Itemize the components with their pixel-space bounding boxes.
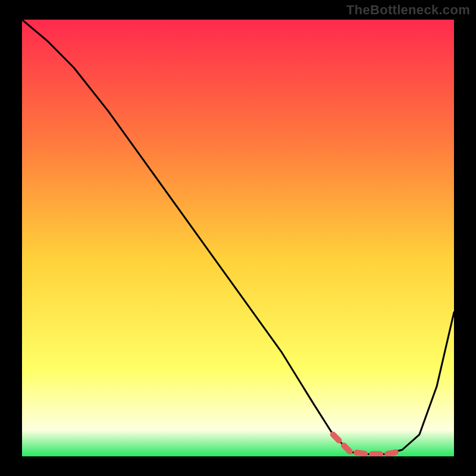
chart-area (22, 20, 454, 456)
chart-svg (22, 20, 454, 456)
watermark-text: TheBottleneck.com (346, 2, 470, 18)
